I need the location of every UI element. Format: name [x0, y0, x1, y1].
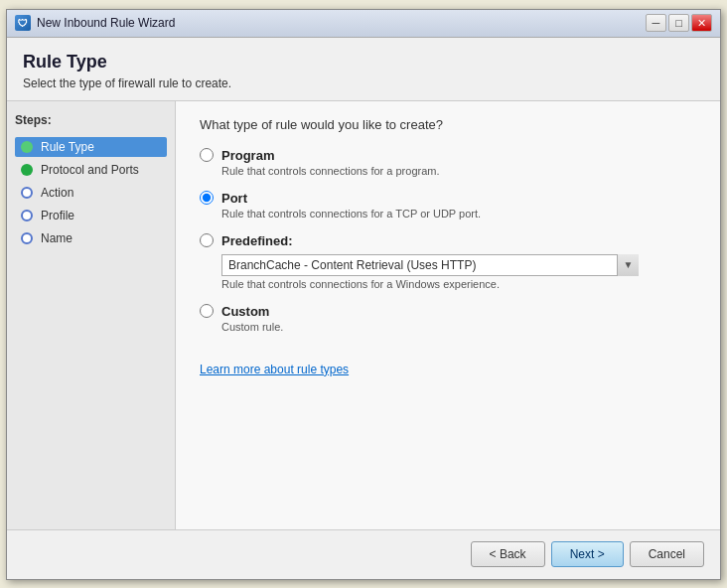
page-subtitle: Select the type of firewall rule to crea…: [23, 76, 704, 90]
close-button[interactable]: ✕: [691, 14, 712, 32]
option-port: Port Rule that controls connections for …: [200, 191, 696, 220]
radio-row-port: Port: [200, 191, 696, 206]
predefined-dropdown[interactable]: BranchCache - Content Retrieval (Uses HT…: [221, 254, 639, 276]
window-title: New Inbound Rule Wizard: [37, 16, 646, 30]
option-program: Program Rule that controls connections f…: [200, 148, 696, 177]
sidebar-item-label-rule-type: Rule Type: [41, 140, 94, 154]
sidebar-item-label-action: Action: [41, 186, 73, 200]
page-title: Rule Type: [23, 52, 704, 73]
sidebar-item-name[interactable]: Name: [15, 228, 167, 248]
content-area: Rule Type Select the type of firewall ru…: [7, 38, 720, 529]
sidebar-item-rule-type[interactable]: Rule Type: [15, 137, 167, 157]
header-section: Rule Type Select the type of firewall ru…: [7, 38, 720, 101]
back-button[interactable]: < Back: [471, 541, 545, 567]
radio-custom[interactable]: [200, 304, 214, 318]
steps-label: Steps:: [15, 113, 167, 127]
sidebar: Steps: Rule Type Protocol and Ports Acti…: [7, 101, 176, 529]
minimize-button[interactable]: ─: [646, 14, 666, 32]
next-button[interactable]: Next >: [551, 541, 624, 567]
learn-more-link[interactable]: Learn more about rule types: [200, 363, 349, 376]
predefined-select-wrapper: BranchCache - Content Retrieval (Uses HT…: [221, 254, 639, 276]
step-dot-rule-type: [21, 141, 33, 153]
desc-custom: Custom rule.: [221, 321, 696, 333]
title-bar: 🛡 New Inbound Rule Wizard ─ □ ✕: [7, 10, 720, 38]
sidebar-item-profile[interactable]: Profile: [15, 206, 167, 225]
title-bar-controls: ─ □ ✕: [646, 14, 712, 32]
step-dot-name: [21, 232, 33, 244]
step-dot-action: [21, 187, 33, 199]
radio-row-program: Program: [200, 148, 696, 163]
cancel-button[interactable]: Cancel: [630, 541, 704, 567]
maximize-button[interactable]: □: [668, 14, 689, 32]
right-panel: What type of rule would you like to crea…: [176, 101, 720, 529]
label-predefined: Predefined:: [221, 233, 293, 248]
panel-question: What type of rule would you like to crea…: [200, 117, 696, 132]
footer: < Back Next > Cancel: [7, 529, 720, 579]
radio-port[interactable]: [200, 191, 214, 205]
desc-program: Rule that controls connections for a pro…: [221, 165, 696, 177]
sidebar-item-label-protocol: Protocol and Ports: [41, 163, 139, 177]
sidebar-item-protocol-and-ports[interactable]: Protocol and Ports: [15, 160, 167, 180]
sidebar-item-label-profile: Profile: [41, 209, 74, 222]
label-program: Program: [221, 148, 274, 163]
main-content: Steps: Rule Type Protocol and Ports Acti…: [7, 101, 720, 529]
radio-predefined[interactable]: [200, 233, 214, 247]
radio-program[interactable]: [200, 148, 214, 162]
radio-row-predefined: Predefined:: [200, 233, 696, 248]
option-predefined: Predefined: BranchCache - Content Retrie…: [200, 233, 696, 290]
label-port: Port: [221, 191, 247, 206]
option-custom: Custom Custom rule.: [200, 304, 696, 333]
wizard-window: 🛡 New Inbound Rule Wizard ─ □ ✕ Rule Typ…: [6, 9, 721, 580]
radio-group: Program Rule that controls connections f…: [200, 148, 696, 333]
sidebar-item-label-name: Name: [41, 231, 73, 245]
desc-port: Rule that controls connections for a TCP…: [221, 208, 696, 220]
step-dot-profile: [21, 210, 33, 221]
label-custom: Custom: [221, 304, 269, 319]
window-icon: 🛡: [15, 15, 31, 31]
desc-predefined: Rule that controls connections for a Win…: [221, 278, 696, 290]
sidebar-item-action[interactable]: Action: [15, 183, 167, 203]
step-dot-protocol: [21, 164, 33, 176]
radio-row-custom: Custom: [200, 304, 696, 319]
